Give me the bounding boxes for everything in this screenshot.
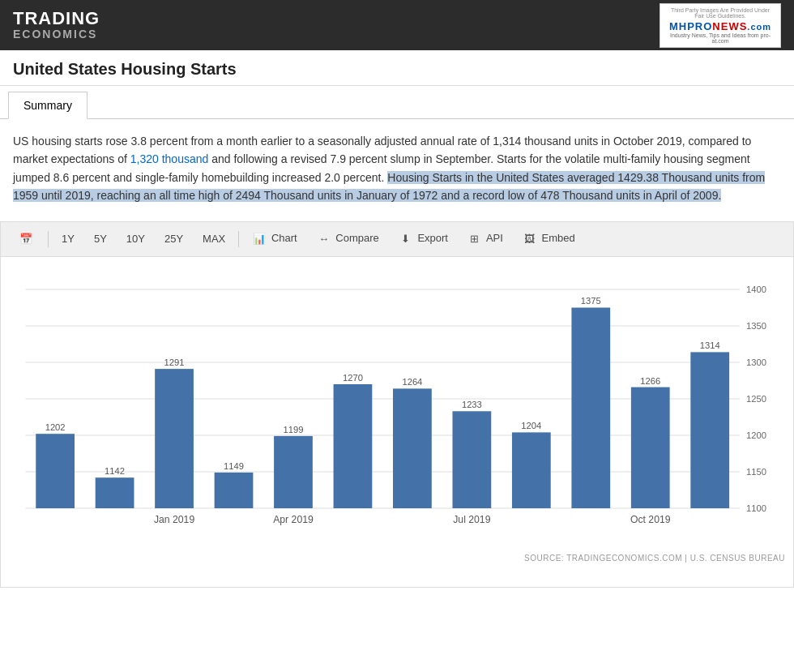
svg-rect-20: [215, 472, 254, 507]
site-logo: TRADING ECONOMICS: [13, 9, 100, 41]
svg-text:Oct 2019: Oct 2019: [630, 514, 671, 525]
period-10y-button[interactable]: 10Y: [118, 229, 153, 248]
svg-text:1264: 1264: [402, 377, 422, 387]
chart-area: 1100115012001250130013501400120211421291…: [0, 257, 794, 588]
partner-badge: Third Party Images Are Provided Under Fa…: [660, 3, 781, 48]
tab-summary[interactable]: Summary: [8, 92, 88, 119]
svg-text:1300: 1300: [746, 357, 766, 367]
svg-rect-36: [690, 352, 729, 508]
svg-rect-16: [96, 477, 134, 508]
period-25y-button[interactable]: 25Y: [156, 229, 191, 248]
chart-toolbar: 📅 1Y 5Y 10Y 25Y MAX 📊 Chart ↔ Compare ⬇ …: [0, 221, 794, 257]
svg-text:1314: 1314: [700, 340, 720, 350]
svg-rect-28: [452, 411, 491, 508]
header: TRADING ECONOMICS Third Party Images Are…: [0, 0, 794, 50]
period-5y-button[interactable]: 5Y: [86, 229, 115, 248]
svg-rect-14: [36, 434, 75, 508]
chart-icon: 📊: [252, 232, 267, 246]
svg-text:Jan 2019: Jan 2019: [154, 514, 195, 525]
compare-icon: ↔: [317, 232, 331, 246]
page-title-bar: United States Housing Starts: [0, 50, 794, 86]
badge-logo: MHPRONEWS.com: [669, 20, 771, 32]
summary-highlight-1: 1,320 thousand: [130, 152, 209, 165]
chart-svg: 1100115012001250130013501400120211421291…: [9, 273, 785, 549]
svg-text:1375: 1375: [581, 296, 601, 306]
svg-rect-34: [631, 387, 670, 507]
chart-container: 1100115012001250130013501400120211421291…: [9, 273, 785, 549]
svg-text:1250: 1250: [746, 394, 766, 404]
svg-text:1142: 1142: [105, 466, 125, 476]
svg-text:1149: 1149: [224, 461, 244, 471]
svg-text:1270: 1270: [343, 373, 363, 383]
svg-text:1199: 1199: [284, 425, 304, 434]
svg-text:1291: 1291: [164, 357, 185, 367]
embed-icon: 🖼: [523, 232, 537, 246]
separator-2: [238, 231, 239, 247]
logo-trading: TRADING: [13, 9, 100, 28]
svg-rect-30: [512, 432, 551, 508]
svg-rect-22: [274, 435, 313, 507]
svg-text:1202: 1202: [45, 422, 66, 432]
svg-text:Jul 2019: Jul 2019: [453, 514, 490, 525]
svg-text:1150: 1150: [746, 467, 766, 477]
svg-rect-18: [155, 369, 194, 508]
svg-rect-26: [393, 388, 432, 508]
badge-sub-text: Industry News, Tips and Ideas from pro-a…: [667, 32, 774, 44]
tabs-bar: Summary: [0, 86, 794, 119]
svg-rect-24: [334, 384, 373, 508]
api-button[interactable]: ⊞ API: [459, 229, 511, 250]
badge-notice-text: Third Party Images Are Provided Under Fa…: [667, 7, 774, 19]
export-icon: ⬇: [399, 232, 413, 246]
separator-1: [48, 231, 49, 247]
source-text: SOURCE: TRADINGECONOMICS.COM | U.S. CENS…: [9, 554, 785, 563]
svg-text:1233: 1233: [462, 400, 482, 409]
svg-rect-32: [571, 307, 610, 508]
calendar-icon: 📅: [19, 232, 33, 246]
svg-text:1266: 1266: [640, 375, 660, 385]
page-title: United States Housing Starts: [13, 60, 781, 79]
badge-logo-container: MHPRONEWS.com: [669, 20, 771, 32]
compare-button[interactable]: ↔ Compare: [309, 229, 387, 250]
svg-text:1204: 1204: [521, 421, 541, 430]
svg-text:Apr 2019: Apr 2019: [273, 514, 314, 525]
chart-button[interactable]: 📊 Chart: [244, 229, 305, 250]
embed-button[interactable]: 🖼 Embed: [514, 229, 583, 250]
svg-text:1400: 1400: [746, 285, 766, 294]
api-icon: ⊞: [467, 232, 482, 246]
svg-text:1200: 1200: [746, 430, 766, 440]
export-button[interactable]: ⬇ Export: [391, 229, 456, 250]
calendar-button[interactable]: 📅: [11, 229, 43, 250]
svg-text:1100: 1100: [746, 503, 766, 513]
summary-section: US housing starts rose 3.8 percent from …: [0, 119, 794, 221]
logo-economics: ECONOMICS: [13, 28, 100, 41]
period-1y-button[interactable]: 1Y: [53, 229, 83, 248]
period-max-button[interactable]: MAX: [194, 229, 233, 248]
svg-text:1350: 1350: [746, 321, 766, 331]
